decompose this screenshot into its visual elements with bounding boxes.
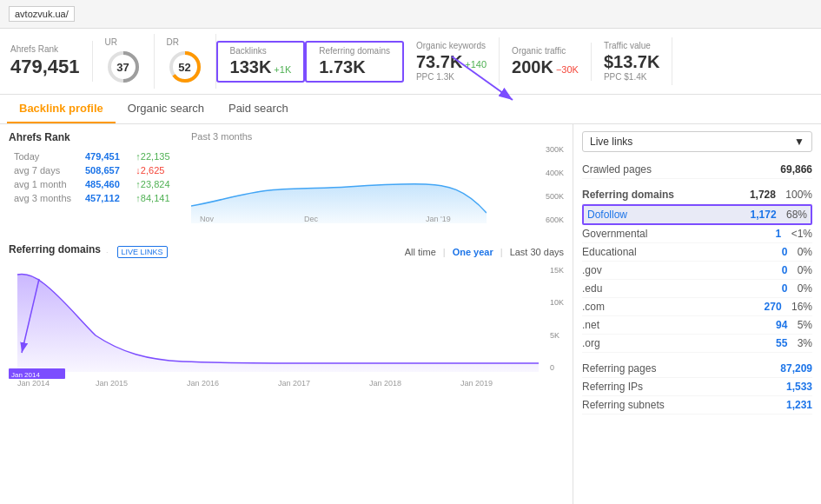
referring-domains-title: Referring domains <box>9 243 101 255</box>
domain-value: 0 <box>782 282 788 295</box>
organic-traffic-change: −30K <box>556 64 579 75</box>
dr-label: DR <box>167 37 203 47</box>
crawled-pages-row: Crawled pages 69,866 <box>582 161 812 179</box>
domain-row: .net 94 5% <box>582 316 812 335</box>
y-label: 10K <box>550 298 564 307</box>
domain-value: 0 <box>782 246 788 258</box>
domain-value: 270 <box>765 301 782 313</box>
domain-row: .com 270 16% <box>582 298 812 316</box>
referring-domains-label: Referring domains <box>319 46 390 56</box>
y-label: 300K <box>546 145 564 154</box>
referring-subnets-label: Referring subnets <box>582 399 665 411</box>
y-label: 400K <box>546 169 564 177</box>
right-referring-domains-label: Referring domains <box>582 189 674 201</box>
referring-ips-row: Referring IPs 1,533 <box>582 378 812 396</box>
tab-backlink-profile[interactable]: Backlink profile <box>7 95 116 123</box>
table-row: avg 7 days 508,657 ↓2,625 <box>10 164 181 176</box>
domain-row: Governmental 1 <1% <box>582 225 812 243</box>
row-value: 485,460 <box>82 178 130 190</box>
domain-percent: 0% <box>798 264 812 276</box>
row-change: ↓2,625 <box>132 164 181 176</box>
separator: · <box>106 248 109 256</box>
dr-gauge: 52 <box>167 49 203 85</box>
right-referring-domains-percent: 100% <box>785 189 812 201</box>
domain-row: Educational 0 0% <box>582 243 812 262</box>
svg-text:Jan 2017: Jan 2017 <box>278 379 310 388</box>
referring-domains-value: 1.73K <box>319 57 390 77</box>
domain-label: .net <box>582 319 599 331</box>
dofollow-row: Dofollow 1,172 68% <box>582 204 812 225</box>
chart-period-label: Past 3 months <box>191 131 564 142</box>
tab-paid-search[interactable]: Paid search <box>216 95 301 123</box>
domain-percent: 0% <box>798 246 812 258</box>
crawled-pages-label: Crawled pages <box>582 163 652 176</box>
backlinks-change: +1K <box>274 64 291 75</box>
row-label: Today <box>10 150 80 162</box>
y-label: 600K <box>546 216 564 224</box>
dr-gauge-container: 52 <box>167 49 203 85</box>
svg-text:Jan '19: Jan '19 <box>426 215 451 223</box>
referring-domains-header: Referring domains · LIVE LINKS All time … <box>9 243 564 261</box>
organic-traffic-label: Organic traffic <box>512 46 579 56</box>
organic-traffic-value: 200K <box>512 57 553 77</box>
stats-header: Ahrefs Rank 479,451 UR 37 DR 52 <box>0 29 821 95</box>
separator: | <box>443 247 446 257</box>
crawled-pages-value: 69,866 <box>780 163 812 176</box>
dofollow-value: 1,172 <box>751 209 777 221</box>
table-row: Today 479,451 ↑22,135 <box>10 150 181 162</box>
referring-domains-chart-wrapper: 15K 10K 5K 0 <box>9 266 564 388</box>
tab-organic-search[interactable]: Organic search <box>116 95 216 123</box>
time-filter-one-year[interactable]: One year <box>453 247 493 257</box>
domain-row: .edu 0 0% <box>582 280 812 298</box>
referring-pages-value: 87,209 <box>780 362 812 375</box>
domain-label: Governmental <box>582 228 647 240</box>
time-filter-30-days[interactable]: Last 30 days <box>510 247 564 257</box>
traffic-value-stat: Traffic value $13.7K PPC $1.4K <box>592 37 673 85</box>
dofollow-percent: 68% <box>786 209 807 221</box>
left-panel: Ahrefs Rank Today 479,451 ↑22,135 avg 7 … <box>0 124 573 504</box>
domain-rows: Governmental 1 <1% Educational 0 0% .gov… <box>582 225 812 353</box>
row-change: ↑84,141 <box>132 192 181 204</box>
svg-text:Jan 2019: Jan 2019 <box>460 379 493 388</box>
domain-value: 1 <box>776 228 782 240</box>
svg-text:Jan 2014: Jan 2014 <box>17 379 50 388</box>
row-change: ↑22,135 <box>132 150 181 162</box>
right-referring-domains-row: Referring domains 1,728 100% <box>582 186 812 204</box>
row-label: avg 1 month <box>10 178 80 190</box>
domain-label: .gov <box>582 264 602 276</box>
domain-row: .gov 0 0% <box>582 262 812 280</box>
domain-label: Educational <box>582 246 637 258</box>
y-label: 5K <box>550 331 564 340</box>
tabs: Backlink profile Organic search Paid sea… <box>0 95 821 124</box>
domain-value: 55 <box>776 337 787 349</box>
referring-pages-row: Referring pages 87,209 <box>582 360 812 378</box>
domain-percent: 16% <box>791 301 812 313</box>
live-links-dropdown[interactable]: Live links ▼ <box>582 131 812 152</box>
y-label: 500K <box>546 192 564 201</box>
referring-pages-label: Referring pages <box>582 362 656 375</box>
ur-stat: UR 37 <box>93 34 155 89</box>
main-content: Ahrefs Rank Today 479,451 ↑22,135 avg 7 … <box>0 124 821 504</box>
organic-keywords-stat: Organic keywords 73.7K +140 PPC 1.3K <box>404 37 500 85</box>
ur-gauge: 37 <box>105 49 142 85</box>
separator: | <box>500 247 503 257</box>
live-links-badge: LIVE LINKS <box>117 246 168 258</box>
table-row: avg 3 months 457,112 ↑84,141 <box>10 192 181 204</box>
row-value: 457,112 <box>82 192 130 204</box>
traffic-value-ppc: PPC $1.4K <box>604 72 660 82</box>
dropdown-icon: ▼ <box>794 136 804 148</box>
ahrefs-rank-title: Ahrefs Rank <box>9 131 182 143</box>
dropdown-label: Live links <box>590 136 632 148</box>
referring-domains-chart: Jan 2014 Jan 2014 Jan 2015 Jan 2016 Jan … <box>9 266 547 388</box>
domain-label: .org <box>582 337 600 349</box>
row-change: ↑23,824 <box>132 178 181 190</box>
referring-subnets-row: Referring subnets 1,231 <box>582 396 812 414</box>
ahrefs-rank-stat: Ahrefs Rank 479,451 <box>7 41 93 82</box>
referring-ips-value: 1,533 <box>786 381 812 393</box>
traffic-value-label: Traffic value <box>604 41 660 50</box>
organic-keywords-ppc: PPC 1.3K <box>416 72 487 82</box>
time-filter-all-time[interactable]: All time <box>405 247 436 257</box>
domain-percent: 3% <box>798 337 812 349</box>
referring-subnets-value: 1,231 <box>786 399 812 411</box>
backlinks-stat: Backlinks 133K +1K <box>216 41 306 83</box>
